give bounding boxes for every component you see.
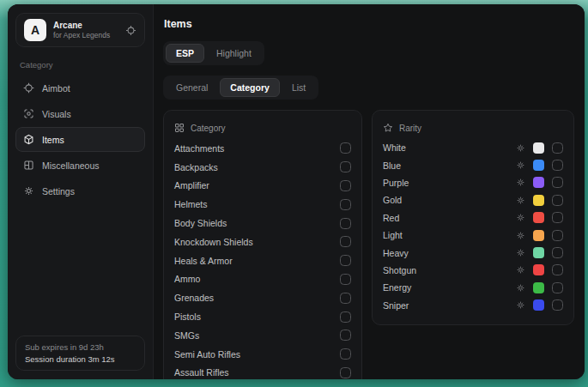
category-row-label: Body Shields bbox=[174, 218, 227, 228]
sub-expiry-text: Sub expires in 9d 23h bbox=[25, 342, 136, 352]
page-title: Items bbox=[164, 18, 575, 30]
sidebar-item-visuals[interactable]: Visuals bbox=[15, 101, 145, 126]
rarity-checkbox[interactable] bbox=[552, 142, 563, 154]
star-icon bbox=[383, 123, 393, 133]
rarity-checkbox[interactable] bbox=[552, 247, 563, 258]
mode-toggle: ESP Highlight bbox=[163, 41, 264, 65]
rarity-row-label: Red bbox=[383, 213, 516, 223]
rarity-color-swatch[interactable] bbox=[533, 142, 544, 154]
category-checkbox[interactable] bbox=[340, 236, 351, 247]
category-row: Amplifier bbox=[174, 177, 351, 196]
category-row-label: Semi Auto Rifles bbox=[174, 349, 240, 360]
rarity-checkbox[interactable] bbox=[552, 264, 563, 275]
category-checkbox[interactable] bbox=[340, 255, 351, 266]
rarity-color-swatch[interactable] bbox=[533, 160, 544, 171]
rarity-color-swatch[interactable] bbox=[533, 264, 544, 275]
app-title-block: Arcane for Apex Legends bbox=[53, 21, 118, 39]
gear-icon bbox=[23, 185, 34, 197]
rarity-settings-gear-icon[interactable] bbox=[516, 213, 525, 222]
rarity-settings-gear-icon[interactable] bbox=[516, 160, 525, 170]
rarity-color-swatch[interactable] bbox=[533, 247, 544, 258]
category-checkbox[interactable] bbox=[340, 293, 351, 304]
category-checkbox[interactable] bbox=[340, 161, 351, 172]
layout-grid-icon bbox=[23, 160, 34, 171]
category-checkbox[interactable] bbox=[340, 218, 351, 229]
rarity-checkbox[interactable] bbox=[552, 282, 563, 293]
mode-highlight-button[interactable]: Highlight bbox=[206, 44, 262, 63]
rarity-color-swatch[interactable] bbox=[533, 177, 544, 188]
rarity-settings-gear-icon[interactable] bbox=[516, 196, 525, 205]
rarity-row: Light bbox=[383, 227, 563, 244]
rarity-row: Shotgun bbox=[383, 262, 563, 279]
category-checkbox[interactable] bbox=[340, 142, 351, 154]
category-row-label: Amplifier bbox=[174, 180, 209, 190]
target-settings-icon[interactable] bbox=[125, 25, 136, 36]
category-row-label: Backpacks bbox=[174, 162, 218, 172]
sidebar-item-label: Settings bbox=[42, 186, 75, 197]
sidebar-item-label: Items bbox=[42, 135, 64, 145]
rarity-settings-gear-icon[interactable] bbox=[516, 300, 525, 310]
scan-eye-icon bbox=[23, 108, 34, 119]
app-logo-card[interactable]: A Arcane for Apex Legends bbox=[15, 13, 145, 47]
rarity-color-swatch[interactable] bbox=[533, 195, 544, 206]
tab-category[interactable]: Category bbox=[220, 78, 280, 97]
rarity-color-swatch[interactable] bbox=[533, 299, 544, 311]
category-row-label: Assault Rifles bbox=[174, 367, 229, 378]
grid-icon bbox=[174, 123, 185, 133]
category-row: Ammo bbox=[174, 270, 351, 289]
category-checkbox[interactable] bbox=[340, 180, 351, 191]
category-checkbox[interactable] bbox=[340, 311, 351, 323]
category-row-label: Knockdown Shields bbox=[174, 237, 253, 247]
rarity-panel: Rarity White bbox=[372, 110, 574, 325]
category-checkbox[interactable] bbox=[340, 199, 351, 210]
rarity-checkbox[interactable] bbox=[552, 195, 563, 206]
category-row: Attachments bbox=[174, 139, 351, 158]
rarity-panel-header: Rarity bbox=[383, 118, 563, 137]
sidebar-item-aimbot[interactable]: Aimbot bbox=[15, 76, 145, 100]
rarity-settings-gear-icon[interactable] bbox=[516, 231, 525, 240]
rarity-row: White bbox=[383, 139, 563, 156]
sidebar-item-items[interactable]: Items bbox=[15, 127, 145, 152]
rarity-row-label: Gold bbox=[383, 195, 516, 205]
rarity-settings-gear-icon[interactable] bbox=[516, 265, 525, 275]
rarity-row-label: Sniper bbox=[383, 300, 516, 311]
rarity-settings-gear-icon[interactable] bbox=[516, 248, 525, 257]
rarity-color-swatch[interactable] bbox=[533, 230, 544, 241]
rarity-settings-gear-icon[interactable] bbox=[516, 143, 525, 153]
rarity-row: Heavy bbox=[383, 244, 563, 261]
category-panel: Category Attachments Backpacks bbox=[163, 110, 362, 379]
rarity-settings-gear-icon[interactable] bbox=[516, 178, 525, 187]
rarity-row-label: Energy bbox=[383, 282, 516, 293]
tab-general[interactable]: General bbox=[166, 78, 218, 97]
sidebar: A Arcane for Apex Legends Category Aimbo… bbox=[8, 4, 154, 379]
tab-list[interactable]: List bbox=[282, 78, 316, 97]
rarity-checkbox[interactable] bbox=[552, 160, 563, 171]
category-row: Grenades bbox=[174, 288, 351, 307]
main-content: Items ESP Highlight General Category Lis… bbox=[154, 4, 585, 379]
rarity-row: Gold bbox=[383, 191, 563, 209]
rarity-color-swatch[interactable] bbox=[533, 212, 544, 223]
rarity-checkbox[interactable] bbox=[552, 177, 563, 188]
category-checkbox[interactable] bbox=[340, 330, 351, 341]
rarity-checkbox[interactable] bbox=[552, 299, 563, 311]
category-row: Body Shields bbox=[174, 214, 351, 233]
rarity-checkbox[interactable] bbox=[552, 212, 563, 223]
category-checkbox[interactable] bbox=[340, 348, 351, 360]
app-window: A Arcane for Apex Legends Category Aimbo… bbox=[8, 4, 585, 379]
sidebar-item-settings[interactable]: Settings bbox=[15, 178, 145, 203]
sidebar-item-label: Miscellaneous bbox=[42, 160, 100, 171]
rarity-settings-gear-icon[interactable] bbox=[516, 283, 525, 293]
rarity-row: Blue bbox=[383, 156, 563, 173]
cube-icon bbox=[23, 134, 34, 145]
category-row: SMGs bbox=[174, 326, 351, 345]
mode-esp-button[interactable]: ESP bbox=[166, 44, 204, 63]
category-checkbox[interactable] bbox=[340, 274, 351, 285]
rarity-color-swatch[interactable] bbox=[533, 282, 544, 293]
rarity-row-label: Shotgun bbox=[383, 265, 516, 275]
sidebar-item-miscellaneous[interactable]: Miscellaneous bbox=[15, 153, 145, 178]
rarity-row-label: White bbox=[383, 142, 516, 153]
rarity-panel-title: Rarity bbox=[399, 124, 421, 133]
rarity-checkbox[interactable] bbox=[552, 230, 563, 241]
category-row: Knockdown Shields bbox=[174, 233, 351, 251]
category-checkbox[interactable] bbox=[340, 367, 351, 378]
